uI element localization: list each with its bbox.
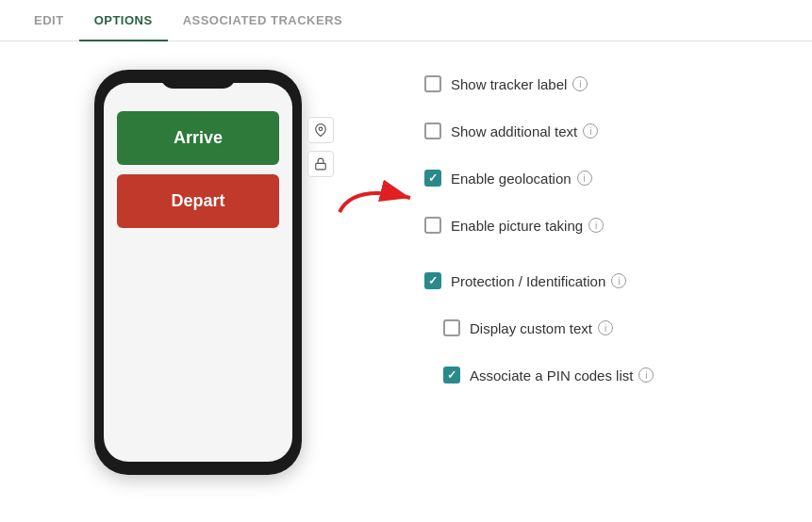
info-enable-picture-taking[interactable]: i (588, 218, 604, 233)
associate-pin-codes-text: Associate a PIN codes list (470, 367, 633, 383)
checkbox-protection-identification[interactable] (424, 272, 441, 289)
tab-associated-trackers[interactable]: ASSOCIATED TRACKERS (168, 0, 358, 41)
divider-1 (424, 253, 784, 253)
enable-geolocation-text: Enable geolocation (451, 171, 572, 187)
enable-picture-taking-text: Enable picture taking (451, 218, 583, 234)
lock-icon[interactable] (307, 151, 334, 177)
svg-rect-1 (316, 163, 326, 169)
red-arrow (335, 179, 420, 220)
location-icon[interactable] (307, 117, 334, 143)
phone-mockup: Arrive Depart (94, 70, 302, 475)
checkbox-enable-picture-taking[interactable] (424, 217, 441, 234)
info-display-custom-text[interactable]: i (598, 320, 613, 335)
option-show-additional-text: Show additional text i (424, 107, 784, 155)
display-custom-text-text: Display custom text (470, 320, 592, 336)
tab-options[interactable]: OPTIONS (79, 0, 168, 41)
checkbox-associate-pin-codes[interactable] (443, 367, 460, 383)
info-enable-geolocation[interactable]: i (577, 171, 592, 186)
tab-edit[interactable]: EDIT (19, 0, 79, 41)
phone-notch (160, 70, 236, 89)
checkbox-enable-geolocation[interactable] (424, 170, 441, 187)
info-protection-identification[interactable]: i (611, 273, 626, 288)
protection-identification-text: Protection / Identification (451, 273, 605, 289)
option-enable-picture-taking: Enable picture taking i (424, 202, 784, 249)
info-associate-pin-codes[interactable]: i (638, 367, 654, 383)
phone-screen: Arrive Depart (104, 83, 292, 462)
depart-button[interactable]: Depart (117, 174, 279, 228)
show-additional-text-text: Show additional text (451, 123, 577, 139)
checkbox-show-tracker-label[interactable] (424, 75, 441, 92)
option-enable-geolocation: Enable geolocation i (424, 155, 784, 202)
checkbox-show-additional-text[interactable] (424, 122, 441, 139)
option-protection-identification: Protection / Identification i (424, 257, 784, 304)
option-display-custom-text: Display custom text i (424, 304, 784, 351)
checkbox-display-custom-text[interactable] (443, 319, 460, 336)
main-content: Arrive Depart (0, 41, 812, 522)
show-tracker-label-text: Show tracker label (451, 76, 567, 92)
info-show-additional-text[interactable]: i (583, 123, 598, 139)
option-show-tracker-label: Show tracker label i (424, 60, 784, 107)
header-tabs: EDIT OPTIONS ASSOCIATED TRACKERS (0, 0, 812, 41)
option-associate-pin-codes: Associate a PIN codes list i (424, 351, 784, 399)
arrive-button[interactable]: Arrive (117, 111, 279, 165)
options-panel: Show tracker label i Show additional tex… (396, 41, 812, 522)
info-show-tracker-label[interactable]: i (572, 76, 588, 91)
phone-area: Arrive Depart (0, 41, 396, 522)
phone-side-icons (307, 117, 334, 177)
svg-point-0 (319, 127, 323, 131)
